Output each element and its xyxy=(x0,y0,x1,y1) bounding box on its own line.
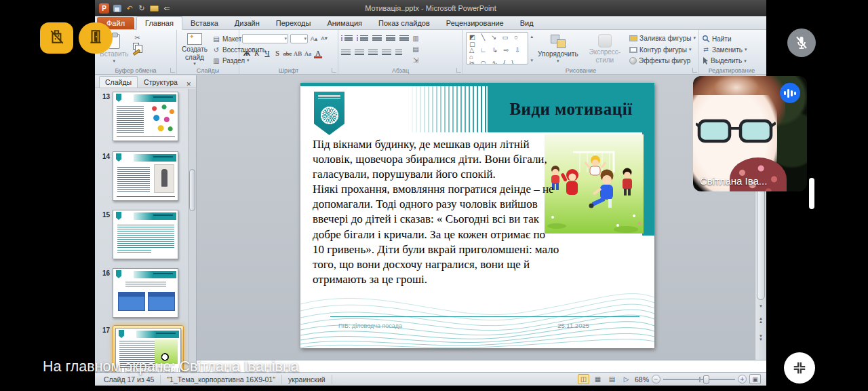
section-icon: ▥ xyxy=(212,56,220,64)
numbering-icon[interactable] xyxy=(357,35,368,42)
crest-logo xyxy=(314,92,344,135)
slide-title-banner[interactable]: Види мотивації xyxy=(488,86,654,132)
strikethrough-button[interactable]: abc xyxy=(283,48,292,57)
bullets-icon[interactable] xyxy=(341,35,353,42)
zoom-out-button[interactable]: − xyxy=(652,375,660,384)
slide-sorter-view-button[interactable]: ▦ xyxy=(592,374,604,384)
quick-styles-label: Экспресс-стили xyxy=(585,48,625,64)
new-slide-button[interactable]: Создать слайд ▾ xyxy=(180,32,210,65)
reading-view-button[interactable]: ▤ xyxy=(606,374,618,384)
language-indicator[interactable]: украинский xyxy=(282,375,332,384)
italic-button[interactable]: К xyxy=(252,48,262,57)
shrink-font-icon[interactable]: A▾ xyxy=(320,35,328,43)
increase-indent-icon[interactable] xyxy=(386,35,395,42)
slideshow-view-button[interactable]: ▷ xyxy=(620,374,632,384)
quick-styles-button[interactable]: Экспресс-стили xyxy=(583,32,627,65)
justify-icon[interactable] xyxy=(382,50,391,56)
text-direction-icon[interactable]: ▥ xyxy=(412,34,420,42)
participant-video-tile[interactable]: Світлана Іва... xyxy=(693,76,807,191)
bold-button[interactable]: Ж xyxy=(242,48,252,57)
slide-thumbnail-15[interactable] xyxy=(113,210,178,259)
open-folder-icon[interactable] xyxy=(150,5,159,12)
cut-icon[interactable]: ✂ xyxy=(133,33,141,41)
tab-review[interactable]: Рецензирование xyxy=(438,17,512,29)
scroll-down-icon[interactable]: ▼ xyxy=(756,305,766,308)
tab-insert[interactable]: Вставка xyxy=(182,17,226,29)
redo-icon[interactable]: ↻ xyxy=(138,3,146,13)
new-slide-dropdown-icon: ▾ xyxy=(193,61,196,67)
save-icon[interactable] xyxy=(113,5,121,12)
quick-styles-icon xyxy=(598,34,612,48)
font-color-button[interactable]: А xyxy=(313,48,323,57)
underline-button[interactable]: Ч xyxy=(262,48,272,57)
tab-view[interactable]: Вид xyxy=(512,17,542,29)
tab-design[interactable]: Дизайн xyxy=(226,17,268,29)
change-case-button[interactable]: Аа xyxy=(303,48,313,57)
paragraph-dialog-launcher[interactable] xyxy=(456,68,461,73)
zoom-in-button[interactable]: + xyxy=(738,375,747,384)
camera-off-button[interactable] xyxy=(40,22,73,54)
microphone-muted-button[interactable] xyxy=(787,29,816,57)
tab-animations[interactable]: Анимация xyxy=(319,17,370,29)
decrease-indent-icon[interactable] xyxy=(372,35,382,42)
align-right-icon[interactable] xyxy=(368,50,378,56)
slide-body-text[interactable]: Під вікнами будинку, де мешкав один літн… xyxy=(313,137,559,287)
tab-transitions[interactable]: Переходы xyxy=(268,17,319,29)
shape-outline-button[interactable]: Контур фигуры▾ xyxy=(629,45,696,54)
align-center-icon[interactable] xyxy=(355,50,364,56)
theme-name[interactable]: "1_Тема_корпоративна 16X9-01" xyxy=(161,375,282,384)
select-button[interactable]: Выделить▾ xyxy=(702,57,747,65)
drawing-dialog-launcher[interactable] xyxy=(692,68,697,73)
shapes-scroll-down-icon[interactable]: ▾ xyxy=(531,58,534,63)
slide-thumbnail-14[interactable] xyxy=(113,151,178,201)
editing-group-label: Редактирование xyxy=(699,67,764,74)
slide-thumbnail-13[interactable] xyxy=(113,92,178,141)
align-left-icon[interactable] xyxy=(341,50,351,56)
replace-button[interactable]: ⇄ Заменить▾ xyxy=(702,45,747,54)
main-screen-announcement: На главном экране: Світлана Іванівна xyxy=(43,358,299,375)
tab-slideshow[interactable]: Показ слайдов xyxy=(370,17,438,29)
find-button[interactable]: Найти xyxy=(702,35,747,43)
slide-thumbnail-16[interactable] xyxy=(113,268,178,318)
close-panel-icon[interactable]: ✕ xyxy=(184,81,193,88)
tab-home[interactable]: Главная xyxy=(136,16,182,30)
undo-icon[interactable]: ↶ xyxy=(125,3,134,13)
shadow-button[interactable]: S xyxy=(273,48,282,57)
fit-to-window-button[interactable]: ▣ xyxy=(749,374,761,384)
tab-outline[interactable]: Структура xyxy=(138,76,184,88)
find-icon xyxy=(702,35,710,43)
back-arrow-icon[interactable]: ⇐ xyxy=(163,3,171,13)
align-text-icon[interactable]: ▤ xyxy=(412,45,420,53)
line-spacing-icon[interactable] xyxy=(399,35,409,42)
smartart-convert-icon[interactable]: ⇲ xyxy=(412,56,420,64)
clipboard-dialog-launcher[interactable] xyxy=(170,68,175,73)
shapes-row-2: △ ∟ ↳ ⇨ ⇩ ⌂ xyxy=(469,47,525,60)
font-name-select[interactable] xyxy=(242,34,288,43)
slide-editor[interactable]: Види мотивації Під вікнами будинку, де м… xyxy=(300,83,654,348)
shape-fill-button[interactable]: Заливка фигуры▾ xyxy=(629,34,696,43)
next-slide-button[interactable]: ▼▼ xyxy=(756,335,766,341)
grow-font-icon[interactable]: A▴ xyxy=(310,35,318,43)
character-spacing-button[interactable]: АВ xyxy=(293,48,302,57)
sidebar-scrollbar-thumb[interactable] xyxy=(189,169,195,211)
normal-view-button[interactable]: ◫ xyxy=(578,374,589,384)
zoom-slider[interactable] xyxy=(663,375,735,384)
shapes-gallery[interactable]: ◩ ╲ ↘ ▭ ○ ▢ △ ∟ ↳ ⇨ ⇩ ⌂ ✂ ◠ ∿ { } ☆ xyxy=(466,32,528,64)
font-dialog-launcher[interactable] xyxy=(332,68,336,73)
sidebar-scrollbar[interactable] xyxy=(188,89,196,372)
collapse-view-button[interactable] xyxy=(784,352,815,384)
zoom-slider-thumb[interactable] xyxy=(703,375,709,384)
overlay-scrollbar-pill[interactable] xyxy=(809,178,814,209)
shapes-scroll-up-icon[interactable]: ▴ xyxy=(531,34,534,39)
clipboard-group-label: Буфер обмена xyxy=(95,67,176,74)
previous-slide-button[interactable]: ▲▲ xyxy=(756,317,766,324)
font-size-select[interactable] xyxy=(290,34,308,43)
zoom-level[interactable]: 68% xyxy=(635,375,649,384)
door-exit-button[interactable] xyxy=(79,22,113,54)
slide-canvas: Види мотивації Під вікнами будинку, де м… xyxy=(197,75,766,360)
columns-icon[interactable] xyxy=(395,50,402,56)
shape-effects-button[interactable]: Эффекты фигур xyxy=(629,56,696,65)
tab-slides-thumbnails[interactable]: Слайды xyxy=(99,76,138,88)
arrange-button[interactable]: Упорядочить ▾ xyxy=(536,32,580,65)
powerpoint-logo-icon[interactable]: P xyxy=(99,3,109,14)
